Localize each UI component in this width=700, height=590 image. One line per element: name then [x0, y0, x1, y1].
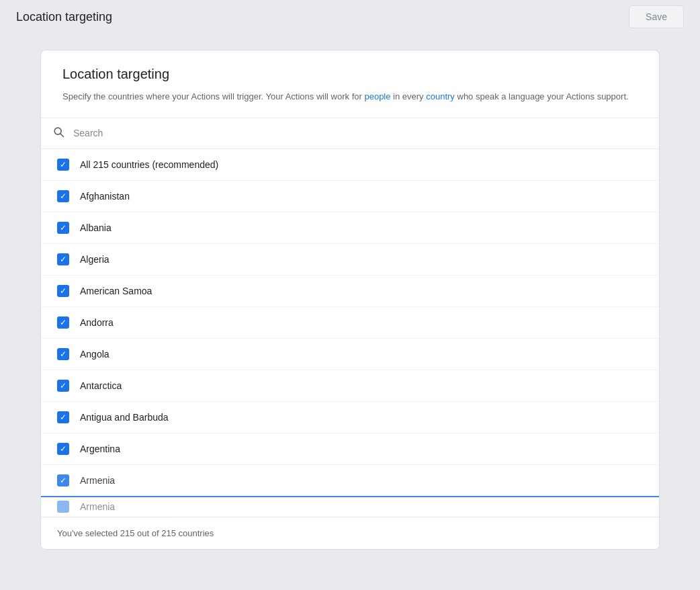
checkmark-icon: ✓	[60, 413, 67, 421]
country-name: Afghanistan	[80, 191, 130, 202]
checkbox[interactable]: ✓	[57, 285, 69, 297]
country-list-item[interactable]: ✓Argentina	[41, 433, 659, 465]
checkbox-custom: ✓	[57, 222, 69, 234]
country-link[interactable]: country	[426, 91, 455, 101]
checkmark-icon: ✓	[60, 382, 67, 390]
top-header: Location targeting Save	[0, 0, 700, 34]
country-name: Algeria	[80, 254, 110, 265]
main-content: Location targeting Specify the countries…	[0, 34, 700, 566]
country-list-item[interactable]: ✓Antigua and Barbuda	[41, 402, 659, 433]
country-name: Armenia	[80, 475, 115, 486]
country-list-item[interactable]: ✓American Samoa	[41, 276, 659, 307]
country-list-item[interactable]: ✓Antarctica	[41, 370, 659, 402]
country-name: Antarctica	[80, 380, 122, 391]
country-name: All 215 countries (recommended)	[80, 159, 218, 170]
checkmark-icon: ✓	[60, 255, 67, 263]
countries-list[interactable]: ✓All 215 countries (recommended)✓Afghani…	[41, 149, 659, 517]
checkbox-custom: ✓	[57, 317, 69, 329]
card-title: Location targeting	[62, 67, 638, 82]
country-list-item[interactable]: ✓Albania	[41, 212, 659, 244]
checkmark-icon: ✓	[60, 287, 67, 295]
country-list-item[interactable]: ✓Angola	[41, 339, 659, 370]
checkbox-custom: ✓	[57, 190, 69, 202]
search-icon	[52, 125, 65, 142]
checkbox-custom: ✓	[57, 443, 69, 455]
people-link[interactable]: people	[364, 91, 390, 101]
search-container	[41, 118, 659, 149]
checkbox-custom: ✓	[57, 159, 69, 171]
checkbox[interactable]: ✓	[57, 253, 69, 265]
checkbox[interactable]: ✓	[57, 348, 69, 360]
country-list-item[interactable]: ✓Armenia	[41, 465, 659, 497]
checkbox-custom: ✓	[57, 253, 69, 265]
checkbox-custom: ✓	[57, 411, 69, 423]
checkmark-icon: ✓	[60, 350, 67, 358]
checkbox[interactable]: ✓	[57, 222, 69, 234]
checkbox-custom: ✓	[57, 348, 69, 360]
card-header: Location targeting Specify the countries…	[41, 50, 659, 118]
country-list-item[interactable]: ✓All 215 countries (recommended)	[41, 149, 659, 181]
country-list-item[interactable]: ✓Algeria	[41, 244, 659, 276]
checkbox-custom: ✓	[57, 380, 69, 392]
country-name: Antigua and Barbuda	[80, 412, 169, 423]
card-description: Specify the countries where your Actions…	[62, 90, 638, 104]
country-name: American Samoa	[80, 286, 152, 296]
country-name: Andorra	[80, 317, 114, 328]
country-name: Angola	[80, 349, 110, 360]
checkmark-icon: ✓	[60, 224, 67, 232]
checkbox[interactable]: ✓	[57, 411, 69, 423]
checkmark-icon: ✓	[60, 476, 67, 484]
checkbox[interactable]: ✓	[57, 380, 69, 392]
country-name: Albania	[80, 222, 112, 233]
checkbox[interactable]: ✓	[57, 317, 69, 329]
checkmark-icon: ✓	[60, 319, 67, 327]
checkmark-icon: ✓	[60, 192, 67, 200]
save-button[interactable]: Save	[629, 5, 684, 28]
country-list-item[interactable]: ✓Andorra	[41, 307, 659, 339]
checkbox[interactable]: ✓	[57, 443, 69, 455]
checkbox-custom: ✓	[57, 285, 69, 297]
checkbox-custom: ✓	[57, 474, 69, 487]
country-list-item[interactable]: ✓Afghanistan	[41, 181, 659, 212]
country-list-item-partial: Armenia	[41, 497, 659, 517]
location-targeting-card: Location targeting Specify the countries…	[40, 50, 660, 550]
checkbox[interactable]: ✓	[57, 190, 69, 202]
checkmark-icon: ✓	[60, 161, 67, 169]
checkbox[interactable]: ✓	[57, 159, 69, 171]
page-title: Location targeting	[16, 10, 112, 24]
checkmark-icon: ✓	[60, 445, 67, 453]
selection-summary: You've selected 215 out of 215 countries	[41, 517, 659, 549]
country-name: Argentina	[80, 444, 120, 454]
checkbox[interactable]: ✓	[57, 474, 69, 487]
search-input[interactable]	[73, 128, 648, 138]
